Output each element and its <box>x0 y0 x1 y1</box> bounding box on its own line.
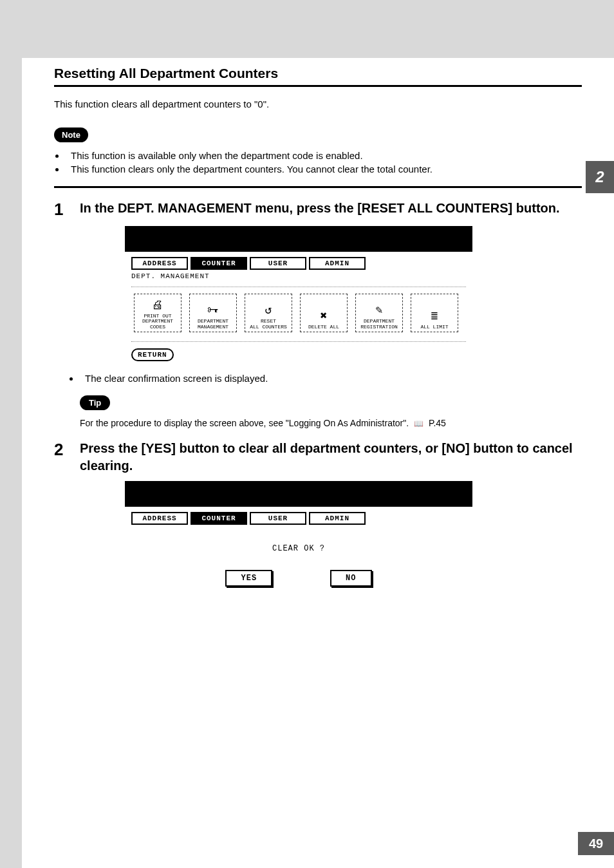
step-1: 1 In the DEPT. MANAGEMENT menu, press th… <box>54 200 582 220</box>
step-number: 2 <box>54 440 80 475</box>
tab-admin[interactable]: ADMIN <box>309 512 366 525</box>
tab-row: ADDRESS COUNTER USER ADMIN <box>131 512 466 525</box>
tab-counter[interactable]: COUNTER <box>191 257 247 270</box>
screenshot-dept-management: ADDRESS COUNTER USER ADMIN DEPT. MANAGEM… <box>125 226 472 366</box>
yes-button[interactable]: YES <box>225 570 272 587</box>
no-button[interactable]: NO <box>330 570 371 587</box>
step-instruction: In the DEPT. MANAGEMENT menu, press the … <box>80 200 560 220</box>
key-icon: 🗝 <box>207 305 219 316</box>
screenshot-confirm: ADDRESS COUNTER USER ADMIN CLEAR OK ? YE… <box>125 481 472 611</box>
limit-icon: ≣ <box>431 310 438 322</box>
reset-icon: ↺ <box>265 305 272 316</box>
return-button[interactable]: RETURN <box>131 348 174 361</box>
btn-delete-all[interactable]: ✖DELETE ALL <box>300 294 348 332</box>
screen-subheader: DEPT. MANAGEMENT <box>131 272 466 280</box>
btn-all-limit[interactable]: ≣ALL LIMIT <box>411 294 458 332</box>
btn-dept-registration[interactable]: ✎DEPARTMENT REGISTRATION <box>355 294 403 332</box>
btn-reset-all-counters[interactable]: ↺RESET ALL COUNTERS <box>245 294 292 332</box>
confirm-question: CLEAR OK ? <box>138 544 460 553</box>
tab-address[interactable]: ADDRESS <box>131 257 188 270</box>
tab-row: ADDRESS COUNTER USER ADMIN <box>131 257 466 270</box>
btn-print-out-codes[interactable]: 🖨PRINT OUT DEPARTMENT CODES <box>134 294 181 332</box>
step-number: 1 <box>54 200 80 220</box>
note-badge: Note <box>54 127 88 142</box>
tab-user[interactable]: USER <box>250 512 306 525</box>
intro-text: This function clears all department coun… <box>54 99 582 109</box>
tab-admin[interactable]: ADMIN <box>309 257 366 270</box>
tab-counter[interactable]: COUNTER <box>191 512 247 525</box>
note-item: This function is available only when the… <box>66 150 582 161</box>
tip-badge: Tip <box>80 395 110 410</box>
section-title: Resetting All Department Counters <box>54 66 582 87</box>
note-list: This function is available only when the… <box>54 150 582 175</box>
tab-address[interactable]: ADDRESS <box>131 512 188 525</box>
note-item: This function clears only the department… <box>66 164 582 175</box>
btn-dept-management[interactable]: 🗝DEPARTMENT MANAGEMENT <box>189 294 237 332</box>
delete-icon: ✖ <box>321 310 328 322</box>
printer-icon: 🖨 <box>152 299 163 311</box>
step-2: 2 Press the [YES] button to clear all de… <box>54 440 582 475</box>
page-number: 49 <box>578 832 614 855</box>
step1-result: The clear confirmation screen is display… <box>80 373 582 384</box>
register-icon: ✎ <box>376 305 383 316</box>
chapter-tab: 2 <box>586 161 614 193</box>
divider <box>54 186 582 188</box>
step-instruction: Press the [YES] button to clear all depa… <box>80 440 582 475</box>
tab-user[interactable]: USER <box>250 257 306 270</box>
page-reference: P.45 <box>429 418 446 428</box>
book-icon <box>411 418 426 428</box>
tip-text: For the procedure to display the screen … <box>80 418 582 428</box>
